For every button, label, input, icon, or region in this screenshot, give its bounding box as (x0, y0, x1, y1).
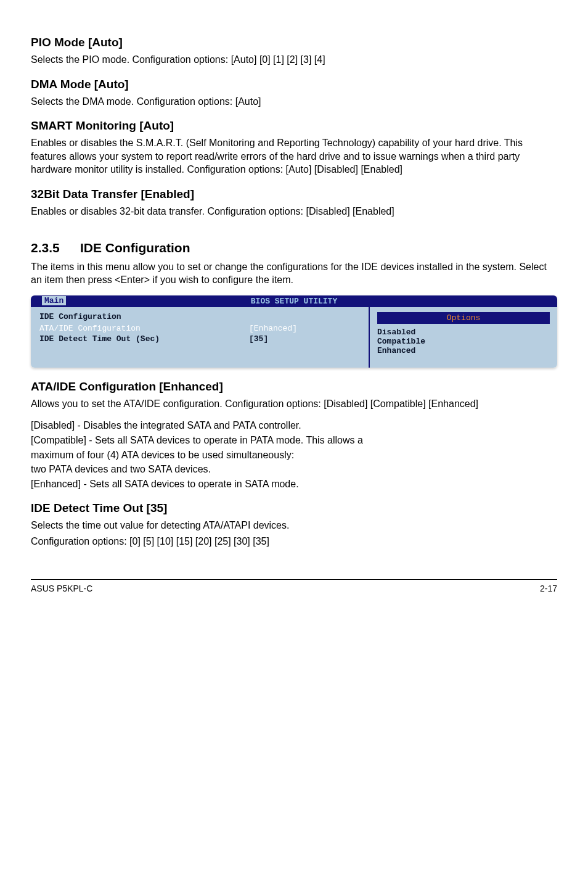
bios-right-pane: Options Disabled Compatible Enhanced (369, 307, 557, 368)
text-32bit-transfer: Enables or disables 32-bit data transfer… (31, 205, 557, 218)
bios-titlebar: Main BIOS SETUP UTILITY (31, 295, 557, 307)
bios-cfg-title: IDE Configuration (39, 312, 360, 321)
heading-32bit-transfer: 32Bit Data Transfer [Enabled] (31, 188, 557, 201)
def-disabled: [Disabled] - Disables the integrated SAT… (31, 419, 557, 432)
heading-pio-mode: PIO Mode [Auto] (31, 36, 557, 49)
text-ide-detect-2: Configuration options: [0] [5] [10] [15]… (31, 535, 557, 548)
heading-ide-configuration: 2.3.5IDE Configuration (31, 241, 557, 255)
bios-options-header: Options (377, 312, 550, 324)
bios-row-value: [35] (249, 334, 360, 344)
heading-ata-ide-config: ATA/IDE Configuration [Enhanced] (31, 380, 557, 394)
bios-tab-main: Main (42, 296, 66, 305)
bios-left-pane: IDE Configuration ATA/IDE Configuration … (31, 307, 369, 368)
footer-left: ASUS P5KPL-C (31, 584, 92, 593)
bios-row-value: [Enhanced] (249, 324, 360, 333)
heading-smart-monitoring: SMART Monitoring [Auto] (31, 119, 557, 133)
page-footer: ASUS P5KPL-C 2-17 (31, 579, 557, 593)
heading-dma-mode: DMA Mode [Auto] (31, 78, 557, 91)
def-enhanced: [Enhanced] - Sets all SATA devices to op… (31, 477, 557, 491)
bios-option: Enhanced (377, 346, 550, 355)
text-smart-monitoring: Enables or disables the S.M.A.R.T. (Self… (31, 136, 557, 176)
def-compatible-3: two PATA devices and two SATA devices. (31, 463, 557, 476)
heading-number: 2.3.5 (31, 241, 80, 255)
bios-option: Compatible (377, 337, 550, 346)
heading-title: IDE Configuration (80, 241, 190, 255)
bios-panel: IDE Configuration ATA/IDE Configuration … (31, 307, 557, 368)
text-dma-mode: Selects the DMA mode. Configuration opti… (31, 95, 557, 109)
text-ata-ide-config: Allows you to set the ATA/IDE configurat… (31, 397, 557, 411)
bios-row-label: ATA/IDE Configuration (39, 324, 249, 333)
text-ide-detect-1: Selects the time out value for detecting… (31, 519, 557, 532)
bios-option-compatible: Compatible (377, 337, 425, 346)
bios-option: Disabled (377, 328, 550, 337)
bios-row-label: IDE Detect Time Out (Sec) (39, 334, 249, 344)
heading-ide-detect-timeout: IDE Detect Time Out [35] (31, 501, 557, 515)
def-compatible-1: [Compatible] - Sets all SATA devices to … (31, 434, 557, 447)
bios-options-label: Options (447, 313, 481, 323)
bios-title: BIOS SETUP UTILITY (251, 297, 337, 306)
bios-option-disabled: Disabled (377, 328, 415, 337)
bios-screenshot: Main BIOS SETUP UTILITY IDE Configuratio… (31, 295, 557, 368)
bios-row-ata-ide: ATA/IDE Configuration [Enhanced] (39, 324, 360, 333)
text-pio-mode: Selects the PIO mode. Configuration opti… (31, 53, 557, 67)
def-compatible-2: maximum of four (4) ATA devices to be us… (31, 448, 557, 462)
bios-row-detect-timeout: IDE Detect Time Out (Sec) [35] (39, 334, 360, 344)
text-ide-config-intro: The items in this menu allow you to set … (31, 260, 557, 287)
footer-right: 2-17 (540, 584, 557, 593)
bios-option-enhanced: Enhanced (377, 346, 415, 355)
